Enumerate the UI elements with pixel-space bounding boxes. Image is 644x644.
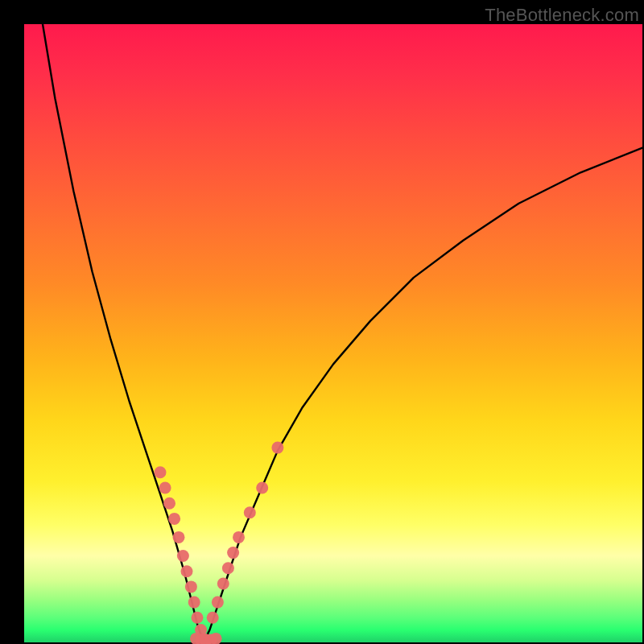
plot-area xyxy=(24,24,642,642)
data-marker xyxy=(212,597,224,609)
data-marker xyxy=(159,482,171,494)
data-marker xyxy=(207,612,219,624)
watermark-text: TheBottleneck.com xyxy=(485,5,639,26)
data-marker xyxy=(256,482,268,494)
data-marker xyxy=(188,597,200,609)
data-marker xyxy=(181,565,193,577)
data-marker xyxy=(217,578,229,590)
data-marker xyxy=(163,497,175,510)
data-marker xyxy=(155,466,167,478)
data-marker xyxy=(192,612,204,624)
data-marker xyxy=(244,506,256,518)
chart-svg xyxy=(24,24,642,642)
data-marker xyxy=(177,550,189,562)
data-marker xyxy=(173,531,185,543)
data-marker xyxy=(227,547,239,559)
data-marker xyxy=(168,513,180,525)
data-marker xyxy=(185,580,197,592)
data-marker xyxy=(222,562,234,574)
data-marker xyxy=(233,531,245,543)
bottleneck-curve xyxy=(43,24,642,642)
chart-frame: TheBottleneck.com xyxy=(0,0,644,644)
data-marker xyxy=(271,442,283,454)
